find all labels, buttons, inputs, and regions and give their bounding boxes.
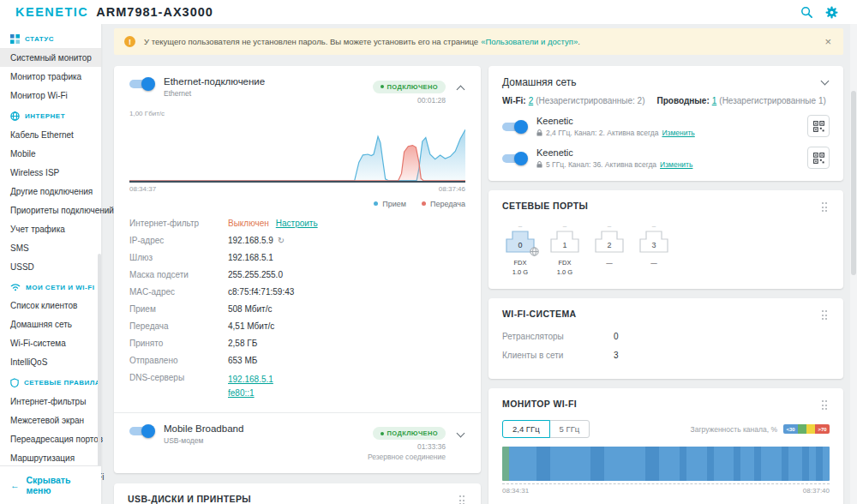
sidebar-item-system-monitor[interactable]: Системный монитор xyxy=(0,48,101,67)
card-title: СЕТЕВЫЕ ПОРТЫ xyxy=(502,201,588,211)
sidebar-scrollbar[interactable] xyxy=(98,254,101,495)
wifi-5-toggle[interactable] xyxy=(502,152,528,165)
sidebar-item-firewall[interactable]: Межсетевой экран xyxy=(0,411,101,429)
ports-row: – 0 xyxy=(502,223,830,277)
detail-row: Маска подсети 255.255.255.0 xyxy=(129,267,465,284)
wired-clients-link[interactable]: 1 xyxy=(712,96,717,105)
divider xyxy=(114,412,481,413)
ethernet-toggle[interactable] xyxy=(129,77,155,91)
users-access-link[interactable]: «Пользователи и доступ» xyxy=(481,37,578,46)
sidebar-item-ussd[interactable]: USSD xyxy=(0,257,101,276)
chevron-down-icon[interactable] xyxy=(457,429,465,437)
search-icon[interactable] xyxy=(800,6,813,19)
warning-icon: ! xyxy=(124,36,135,47)
edit-network-link[interactable]: Изменить xyxy=(660,160,692,169)
sidebar-item-sms[interactable]: SMS xyxy=(0,238,101,257)
wifi-system-row: Клиенты в сети 3 xyxy=(502,351,830,360)
sidebar-item-intelliqos[interactable]: IntelliQoS xyxy=(0,352,101,371)
port-2[interactable]: – 2 — xyxy=(593,223,626,277)
wifi-network-name: Keenetic xyxy=(536,147,692,158)
topbar: KEENETIC ARM7981-AX3000 xyxy=(0,0,857,24)
home-network-card: Домашняя сеть Wi-Fi:2(Незарегистрированн… xyxy=(488,66,843,181)
detail-row: Передача 4,51 Мбит/с xyxy=(129,318,465,335)
y-axis-max-label: 1,00 Гбит/с xyxy=(129,110,465,117)
mobile-connection-row: Mobile Broadband USB-модем ПОДКЛЮЧЕНО 01… xyxy=(129,423,465,462)
port-3[interactable]: – 3 — xyxy=(638,223,670,277)
status-grid-icon xyxy=(10,34,20,44)
wifi-system-row: Ретрансляторы 0 xyxy=(502,332,830,341)
drag-handle-icon[interactable] xyxy=(820,309,830,322)
card-title: МОНИТОР WI-FI xyxy=(502,399,577,409)
sidebar-item-other-connections[interactable]: Другие подключения xyxy=(0,182,101,201)
collapse-menu-button[interactable]: ← Скрывать меню xyxy=(0,465,101,504)
connection-title: Ethernet-подключение xyxy=(164,76,265,87)
connection-title: Mobile Broadband xyxy=(164,423,243,434)
chevron-down-icon[interactable] xyxy=(821,77,830,86)
dns-server-link[interactable]: 192.168.5.1 xyxy=(228,373,273,387)
sidebar-item-internet-filters[interactable]: Интернет-фильтры xyxy=(0,392,101,411)
sidebar-item-mobile[interactable]: Mobile xyxy=(0,144,101,163)
sidebar: СТАТУС Системный монитор Монитор трафика… xyxy=(0,24,101,504)
status-badge: ПОДКЛЮЧЕНО xyxy=(373,427,446,440)
sidebar-item-traffic-monitor[interactable]: Монитор трафика xyxy=(0,67,101,86)
drag-handle-icon[interactable] xyxy=(458,494,468,504)
chart-time-end: 08:37:46 xyxy=(439,185,465,193)
tx-legend-dot xyxy=(422,201,426,206)
banner-close-icon[interactable]: × xyxy=(823,35,833,48)
page-scrollbar-thumb[interactable] xyxy=(851,91,856,275)
heatmap-baseline xyxy=(502,483,830,484)
wifi-24-toggle[interactable] xyxy=(502,120,528,134)
sidebar-item-traffic-accounting[interactable]: Учет трафика xyxy=(0,219,101,238)
wifi-network-row: Keenetic 2,4 ГГц. Канал: 2. Активна всег… xyxy=(502,115,830,137)
mobile-toggle[interactable] xyxy=(129,424,155,438)
edit-network-link[interactable]: Изменить xyxy=(662,129,694,137)
wifi-monitor-card: МОНИТОР WI-FI 2,4 ГГц 5 ГГц Загруженност… xyxy=(488,388,843,504)
network-ports-card: СЕТЕВЫЕ ПОРТЫ – 0 xyxy=(488,190,843,289)
sidebar-item-home-network[interactable]: Домашняя сеть xyxy=(0,315,101,333)
wifi-network-row: Keenetic 5 ГГц. Канал: 36. Активна всегд… xyxy=(502,147,830,169)
drag-handle-icon[interactable] xyxy=(820,399,830,412)
chevron-up-icon[interactable] xyxy=(457,86,465,94)
configure-link[interactable]: Настроить xyxy=(276,219,318,228)
connection-subtitle: USB-модем xyxy=(164,436,243,445)
sidebar-item-routing[interactable]: Маршрутизация xyxy=(0,448,101,467)
sidebar-item-connection-priorities[interactable]: Приоритеты подключений xyxy=(0,201,101,219)
banner-text: У текущего пользователя не установлен па… xyxy=(144,37,478,46)
filter-state: Выключен xyxy=(228,219,269,228)
sidebar-item-client-list[interactable]: Список клиентов xyxy=(0,296,101,315)
sidebar-item-port-forwarding[interactable]: Переадресация портов xyxy=(0,429,101,448)
dns-server-link[interactable]: fe80::1 xyxy=(228,387,273,400)
internet-globe-badge-icon xyxy=(530,247,539,256)
gear-icon[interactable] xyxy=(825,6,838,19)
detail-row: Принято 2,58 ГБ xyxy=(129,335,465,352)
brand: KEENETIC ARM7981-AX3000 xyxy=(15,5,213,19)
wifi-clients-link[interactable]: 2 xyxy=(529,96,534,105)
tab-5ghz[interactable]: 5 ГГц xyxy=(549,420,590,438)
port-0[interactable]: – 0 xyxy=(504,223,536,277)
ethernet-traffic-chart: 1,00 Гбит/с xyxy=(129,110,465,208)
refresh-icon[interactable]: ↻ xyxy=(278,236,285,245)
chart-legend: Прием Передача xyxy=(129,200,465,208)
drag-handle-icon[interactable] xyxy=(820,201,830,214)
wifi-system-card: WI-FI-СИСТЕМА Ретрансляторы 0 Клиенты в … xyxy=(488,298,843,379)
sidebar-item-wifi-system[interactable]: Wi-Fi-система xyxy=(0,333,101,352)
ethernet-connection-row: Ethernet-подключение Ethernet ПОДКЛЮЧЕНО… xyxy=(129,76,465,105)
left-arrow-icon: ← xyxy=(10,480,20,490)
qr-code-button[interactable] xyxy=(807,115,830,137)
tab-24ghz[interactable]: 2,4 ГГц xyxy=(502,420,550,438)
sidebar-item-ethernet-cable[interactable]: Кабель Ethernet xyxy=(0,125,101,144)
port-1[interactable]: – 1 FDX1.0 G xyxy=(548,223,581,277)
sidebar-section-network-rules: СЕТЕВЫЕ ПРАВИЛА xyxy=(0,371,101,392)
detail-row: Отправлено 653 МБ xyxy=(129,352,465,369)
wifi-icon xyxy=(10,283,21,291)
heatmap-time-end: 08:37:40 xyxy=(803,487,830,495)
keenetic-logo: KEENETIC xyxy=(15,5,88,19)
qr-code-button[interactable] xyxy=(807,147,830,169)
sidebar-item-wifi-monitor[interactable]: Монитор Wi-Fi xyxy=(0,86,101,105)
detail-row: Интернет-фильтр Выключен Настроить xyxy=(129,215,465,232)
sidebar-item-wireless-isp[interactable]: Wireless ISP xyxy=(0,163,101,182)
sidebar-section-status: СТАТУС xyxy=(0,27,101,48)
wifi-heatmap xyxy=(502,447,830,481)
detail-row-dns: DNS-серверы 192.168.5.1 fe80::1 xyxy=(129,369,465,404)
lock-icon xyxy=(536,129,542,136)
